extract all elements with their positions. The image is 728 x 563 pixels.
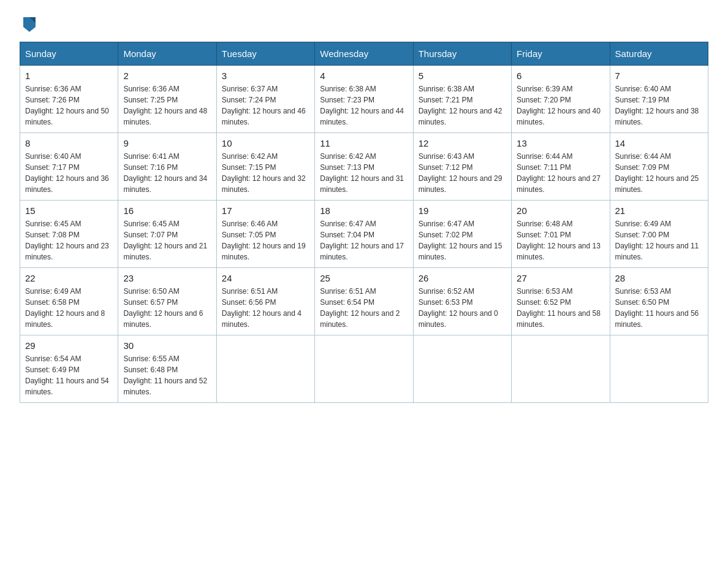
day-info: Sunrise: 6:44 AMSunset: 7:09 PMDaylight:… bbox=[615, 151, 703, 195]
calendar-cell: 27Sunrise: 6:53 AMSunset: 6:52 PMDayligh… bbox=[512, 268, 610, 335]
week-row-3: 15Sunrise: 6:45 AMSunset: 7:08 PMDayligh… bbox=[20, 201, 708, 268]
day-info: Sunrise: 6:51 AMSunset: 6:56 PMDaylight:… bbox=[222, 286, 309, 330]
day-number: 4 bbox=[320, 71, 408, 81]
day-info: Sunrise: 6:36 AMSunset: 7:26 PMDaylight:… bbox=[25, 83, 113, 128]
calendar-cell: 10Sunrise: 6:42 AMSunset: 7:15 PMDayligh… bbox=[216, 133, 314, 201]
day-info: Sunrise: 6:42 AMSunset: 7:15 PMDaylight:… bbox=[222, 151, 309, 195]
day-number: 26 bbox=[419, 273, 506, 283]
calendar-cell: 23Sunrise: 6:50 AMSunset: 6:57 PMDayligh… bbox=[118, 268, 216, 335]
week-row-5: 29Sunrise: 6:54 AMSunset: 6:49 PMDayligh… bbox=[20, 335, 708, 403]
day-info: Sunrise: 6:49 AMSunset: 7:00 PMDaylight:… bbox=[615, 218, 703, 262]
day-number: 12 bbox=[419, 138, 506, 148]
day-number: 16 bbox=[123, 205, 211, 216]
day-info: Sunrise: 6:53 AMSunset: 6:52 PMDaylight:… bbox=[517, 286, 604, 330]
calendar-cell: 17Sunrise: 6:46 AMSunset: 7:05 PMDayligh… bbox=[216, 201, 314, 268]
day-number: 28 bbox=[615, 273, 703, 283]
calendar-cell bbox=[216, 335, 314, 403]
day-number: 22 bbox=[25, 273, 113, 283]
calendar-cell: 26Sunrise: 6:52 AMSunset: 6:53 PMDayligh… bbox=[413, 268, 511, 335]
day-header-sunday: Sunday bbox=[20, 42, 118, 66]
calendar-cell: 30Sunrise: 6:55 AMSunset: 6:48 PMDayligh… bbox=[118, 335, 216, 403]
logo-icon bbox=[21, 15, 38, 32]
day-number: 25 bbox=[320, 273, 408, 283]
day-number: 13 bbox=[517, 138, 604, 148]
calendar-cell: 5Sunrise: 6:38 AMSunset: 7:21 PMDaylight… bbox=[413, 66, 511, 133]
day-info: Sunrise: 6:53 AMSunset: 6:50 PMDaylight:… bbox=[615, 286, 703, 330]
day-info: Sunrise: 6:40 AMSunset: 7:19 PMDaylight:… bbox=[615, 83, 703, 128]
day-header-friday: Friday bbox=[512, 42, 610, 66]
day-info: Sunrise: 6:40 AMSunset: 7:17 PMDaylight:… bbox=[25, 151, 113, 195]
day-info: Sunrise: 6:47 AMSunset: 7:04 PMDaylight:… bbox=[320, 218, 408, 262]
week-row-1: 1Sunrise: 6:36 AMSunset: 7:26 PMDaylight… bbox=[20, 66, 708, 133]
calendar-cell: 22Sunrise: 6:49 AMSunset: 6:58 PMDayligh… bbox=[20, 268, 118, 335]
day-number: 3 bbox=[222, 71, 309, 81]
calendar-cell: 8Sunrise: 6:40 AMSunset: 7:17 PMDaylight… bbox=[20, 133, 118, 201]
week-row-4: 22Sunrise: 6:49 AMSunset: 6:58 PMDayligh… bbox=[20, 268, 708, 335]
day-number: 17 bbox=[222, 205, 309, 216]
day-number: 1 bbox=[25, 71, 113, 81]
day-info: Sunrise: 6:41 AMSunset: 7:16 PMDaylight:… bbox=[123, 151, 211, 195]
calendar-cell bbox=[315, 335, 413, 403]
calendar-cell: 9Sunrise: 6:41 AMSunset: 7:16 PMDaylight… bbox=[118, 133, 216, 201]
day-number: 21 bbox=[615, 205, 703, 216]
day-number: 27 bbox=[517, 273, 604, 283]
day-number: 6 bbox=[517, 71, 604, 81]
day-info: Sunrise: 6:38 AMSunset: 7:21 PMDaylight:… bbox=[419, 83, 506, 128]
day-info: Sunrise: 6:39 AMSunset: 7:20 PMDaylight:… bbox=[517, 83, 604, 128]
calendar-cell: 13Sunrise: 6:44 AMSunset: 7:11 PMDayligh… bbox=[512, 133, 610, 201]
calendar-cell: 2Sunrise: 6:36 AMSunset: 7:25 PMDaylight… bbox=[118, 66, 216, 133]
day-number: 8 bbox=[25, 138, 113, 148]
day-info: Sunrise: 6:48 AMSunset: 7:01 PMDaylight:… bbox=[517, 218, 604, 262]
calendar-cell: 1Sunrise: 6:36 AMSunset: 7:26 PMDaylight… bbox=[20, 66, 118, 133]
day-info: Sunrise: 6:47 AMSunset: 7:02 PMDaylight:… bbox=[419, 218, 506, 262]
day-number: 7 bbox=[615, 71, 703, 81]
day-info: Sunrise: 6:45 AMSunset: 7:08 PMDaylight:… bbox=[25, 218, 113, 262]
day-info: Sunrise: 6:36 AMSunset: 7:25 PMDaylight:… bbox=[123, 83, 211, 128]
week-row-2: 8Sunrise: 6:40 AMSunset: 7:17 PMDaylight… bbox=[20, 133, 708, 201]
day-info: Sunrise: 6:54 AMSunset: 6:49 PMDaylight:… bbox=[25, 353, 113, 397]
day-header-thursday: Thursday bbox=[413, 42, 511, 66]
calendar-cell bbox=[610, 335, 708, 403]
calendar-table: SundayMondayTuesdayWednesdayThursdayFrid… bbox=[20, 42, 708, 403]
calendar-cell: 18Sunrise: 6:47 AMSunset: 7:04 PMDayligh… bbox=[315, 201, 413, 268]
day-number: 19 bbox=[419, 205, 506, 216]
calendar-cell: 3Sunrise: 6:37 AMSunset: 7:24 PMDaylight… bbox=[216, 66, 314, 133]
day-number: 2 bbox=[123, 71, 211, 81]
day-header-monday: Monday bbox=[118, 42, 216, 66]
page-header bbox=[20, 15, 708, 32]
day-info: Sunrise: 6:37 AMSunset: 7:24 PMDaylight:… bbox=[222, 83, 309, 128]
day-info: Sunrise: 6:55 AMSunset: 6:48 PMDaylight:… bbox=[123, 353, 211, 397]
calendar-cell: 29Sunrise: 6:54 AMSunset: 6:49 PMDayligh… bbox=[20, 335, 118, 403]
calendar-cell: 14Sunrise: 6:44 AMSunset: 7:09 PMDayligh… bbox=[610, 133, 708, 201]
day-number: 30 bbox=[123, 340, 211, 351]
calendar-cell: 21Sunrise: 6:49 AMSunset: 7:00 PMDayligh… bbox=[610, 201, 708, 268]
calendar-cell: 7Sunrise: 6:40 AMSunset: 7:19 PMDaylight… bbox=[610, 66, 708, 133]
day-info: Sunrise: 6:38 AMSunset: 7:23 PMDaylight:… bbox=[320, 83, 408, 128]
day-info: Sunrise: 6:44 AMSunset: 7:11 PMDaylight:… bbox=[517, 151, 604, 195]
calendar-cell: 28Sunrise: 6:53 AMSunset: 6:50 PMDayligh… bbox=[610, 268, 708, 335]
calendar-cell bbox=[512, 335, 610, 403]
day-info: Sunrise: 6:50 AMSunset: 6:57 PMDaylight:… bbox=[123, 286, 211, 330]
day-info: Sunrise: 6:42 AMSunset: 7:13 PMDaylight:… bbox=[320, 151, 408, 195]
day-header-wednesday: Wednesday bbox=[315, 42, 413, 66]
day-number: 24 bbox=[222, 273, 309, 283]
calendar-cell bbox=[413, 335, 511, 403]
day-number: 11 bbox=[320, 138, 408, 148]
calendar-cell: 15Sunrise: 6:45 AMSunset: 7:08 PMDayligh… bbox=[20, 201, 118, 268]
day-number: 14 bbox=[615, 138, 703, 148]
calendar-cell: 24Sunrise: 6:51 AMSunset: 6:56 PMDayligh… bbox=[216, 268, 314, 335]
calendar-header-row: SundayMondayTuesdayWednesdayThursdayFrid… bbox=[20, 42, 708, 66]
day-number: 5 bbox=[419, 71, 506, 81]
day-number: 10 bbox=[222, 138, 309, 148]
day-info: Sunrise: 6:51 AMSunset: 6:54 PMDaylight:… bbox=[320, 286, 408, 330]
day-number: 23 bbox=[123, 273, 211, 283]
day-number: 9 bbox=[123, 138, 211, 148]
day-info: Sunrise: 6:45 AMSunset: 7:07 PMDaylight:… bbox=[123, 218, 211, 262]
calendar-cell: 25Sunrise: 6:51 AMSunset: 6:54 PMDayligh… bbox=[315, 268, 413, 335]
day-info: Sunrise: 6:49 AMSunset: 6:58 PMDaylight:… bbox=[25, 286, 113, 330]
calendar-cell: 16Sunrise: 6:45 AMSunset: 7:07 PMDayligh… bbox=[118, 201, 216, 268]
calendar-cell: 6Sunrise: 6:39 AMSunset: 7:20 PMDaylight… bbox=[512, 66, 610, 133]
day-number: 15 bbox=[25, 205, 113, 216]
day-number: 18 bbox=[320, 205, 408, 216]
day-info: Sunrise: 6:52 AMSunset: 6:53 PMDaylight:… bbox=[419, 286, 506, 330]
